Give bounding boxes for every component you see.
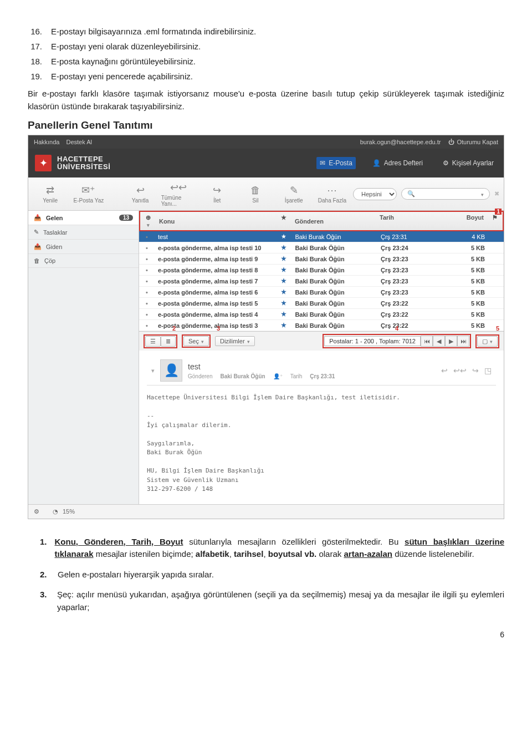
col-date[interactable]: Tarih bbox=[376, 212, 448, 230]
select-menu[interactable]: Seç bbox=[183, 336, 209, 346]
expand-icon[interactable]: ▾ bbox=[151, 367, 155, 374]
star-icon[interactable]: ★ bbox=[276, 309, 291, 319]
message-row[interactable]: •e-posta gönderme, alma isp testi 10★Bak… bbox=[139, 242, 504, 253]
callout-1: 1 bbox=[495, 209, 502, 215]
star-icon[interactable]: ★ bbox=[276, 276, 291, 286]
star-icon[interactable]: ★ bbox=[276, 242, 291, 253]
more-button[interactable]: ⋯Daha Fazla bbox=[315, 184, 350, 204]
inbox-icon: 📥 bbox=[34, 214, 42, 221]
pv-reply-icon[interactable]: ↩ bbox=[441, 366, 448, 375]
row-flag[interactable] bbox=[488, 246, 504, 250]
pv-replyall-icon[interactable]: ↩↩ bbox=[453, 366, 467, 375]
addcontact-icon[interactable]: 👤⁺ bbox=[273, 373, 283, 379]
message-row[interactable]: •e-posta gönderme, alma isp testi 5★Baki… bbox=[139, 298, 504, 309]
reply-button[interactable]: ↩Yanıtla bbox=[122, 184, 157, 204]
refresh-icon: ⇄ bbox=[46, 184, 54, 196]
row-flag[interactable] bbox=[488, 268, 504, 272]
tab-addressbook[interactable]: Adres Defteri bbox=[369, 157, 426, 169]
sidebar: 📥Gelen13 ✎Taslaklar 📤Giden 🗑Çöp bbox=[28, 211, 139, 504]
callout-5: 5 bbox=[496, 325, 499, 332]
filter-select[interactable]: Hepsini bbox=[353, 188, 397, 200]
row-flag[interactable] bbox=[488, 257, 504, 261]
delete-button[interactable]: 🗑Sil bbox=[238, 185, 273, 204]
col-thread[interactable]: ⊕ bbox=[140, 212, 156, 230]
row-size: 5 KB bbox=[449, 254, 488, 264]
col-star[interactable] bbox=[276, 212, 291, 230]
inbox-count-badge: 13 bbox=[119, 215, 133, 221]
star-icon[interactable]: ★ bbox=[276, 253, 291, 264]
gear-icon[interactable] bbox=[34, 508, 39, 515]
logo-line1: HACETTEPE bbox=[57, 155, 110, 163]
threads-menu[interactable]: Dizilimler bbox=[215, 336, 255, 346]
dot-icon: • bbox=[139, 309, 155, 319]
list-num: 17. bbox=[28, 40, 42, 52]
logo-line2: ÜNİVERSİTESİ bbox=[57, 163, 110, 171]
col-size[interactable]: Boyut bbox=[448, 212, 487, 230]
mark-button[interactable]: ✎İşaretle bbox=[276, 184, 311, 204]
list-num: 18. bbox=[28, 55, 42, 67]
message-row[interactable]: •test★Baki Burak ÖğünÇrş 23:314 KB bbox=[139, 231, 504, 242]
addressbook-icon bbox=[372, 159, 381, 167]
dot-icon: • bbox=[139, 232, 155, 242]
tab-mail[interactable]: E-Posta bbox=[316, 157, 356, 169]
row-subject: e-posta gönderme, alma isp testi 10 bbox=[155, 243, 276, 253]
dot-icon: • bbox=[139, 265, 155, 275]
row-flag[interactable] bbox=[488, 302, 504, 305]
row-flag[interactable] bbox=[488, 280, 504, 283]
row-subject: e-posta gönderme, alma isp testi 9 bbox=[155, 254, 276, 264]
pager-first[interactable]: ⏮ bbox=[421, 336, 433, 347]
row-size: 5 KB bbox=[449, 276, 488, 286]
message-row[interactable]: •e-posta gönderme, alma isp testi 9★Baki… bbox=[139, 253, 504, 265]
forward-button[interactable]: ↪İlet bbox=[200, 184, 234, 204]
pager-next[interactable]: ▶ bbox=[445, 336, 457, 347]
row-flag[interactable] bbox=[488, 313, 504, 316]
message-row[interactable]: •e-posta gönderme, alma isp testi 3★Baki… bbox=[139, 320, 504, 331]
tab-settings[interactable]: Kişisel Ayarlar bbox=[439, 157, 497, 169]
pv-popout-icon[interactable]: ◳ bbox=[484, 366, 492, 375]
star-icon[interactable]: ★ bbox=[276, 287, 291, 297]
pv-forward-icon[interactable]: ↪ bbox=[472, 366, 479, 375]
star-icon[interactable]: ★ bbox=[276, 320, 291, 331]
about-link[interactable]: Hakkında bbox=[34, 139, 59, 145]
star-icon[interactable]: ★ bbox=[276, 231, 291, 242]
headerbar: ✦ HACETTEPEÜNİVERSİTESİ E-Posta Adres De… bbox=[28, 149, 504, 177]
toolbar: ⇄Yenile ✉⁺E-Posta Yaz ↩Yanıtla ↩↩Tümüne … bbox=[28, 177, 504, 211]
message-row[interactable]: •e-posta gönderme, alma isp testi 4★Baki… bbox=[139, 309, 504, 320]
search-input[interactable]: 🔍 bbox=[401, 188, 490, 200]
refresh-button[interactable]: ⇄Yenile bbox=[33, 184, 68, 204]
folder-drafts[interactable]: ✎Taslaklar bbox=[28, 225, 139, 240]
clear-icon[interactable]: ✖ bbox=[494, 190, 499, 197]
table-header[interactable]: ⊕ Konu Gönderen Tarih Boyut 1 bbox=[139, 211, 504, 231]
message-row[interactable]: •e-posta gönderme, alma isp testi 8★Baki… bbox=[139, 265, 504, 276]
col-subject[interactable]: Konu bbox=[156, 212, 276, 230]
row-flag[interactable] bbox=[488, 291, 504, 294]
mark-icon: ✎ bbox=[290, 184, 298, 196]
support-link[interactable]: Destek Al bbox=[66, 139, 91, 145]
row-flag[interactable] bbox=[488, 235, 504, 239]
message-row[interactable]: •e-posta gönderme, alma isp testi 6★Baki… bbox=[139, 287, 504, 298]
folder-trash[interactable]: 🗑Çöp bbox=[28, 254, 139, 268]
row-date: Çrş 23:31 bbox=[377, 232, 449, 242]
pager-prev[interactable]: ◀ bbox=[433, 336, 445, 347]
viewmode-list-button[interactable]: ☰ bbox=[145, 336, 161, 347]
section-title: Panellerin Genel Tanıtımı bbox=[28, 119, 504, 131]
folder-sent[interactable]: 📤Giden bbox=[28, 240, 139, 254]
row-size: 5 KB bbox=[449, 243, 488, 253]
compose-button[interactable]: ✉⁺E-Posta Yaz bbox=[71, 184, 106, 204]
note-num: 2. bbox=[40, 569, 50, 581]
replyall-button[interactable]: ↩↩Tümüne Yanı... bbox=[161, 181, 196, 207]
callout-3: 3 bbox=[217, 325, 220, 332]
message-row[interactable]: •e-posta gönderme, alma isp testi 7★Baki… bbox=[139, 276, 504, 287]
logout-button[interactable]: Oturumu Kapat bbox=[448, 139, 498, 145]
star-icon[interactable]: ★ bbox=[276, 298, 291, 308]
note-num: 3. bbox=[40, 588, 49, 613]
col-from[interactable]: Gönderen bbox=[291, 212, 376, 230]
callout-4: 4 bbox=[395, 325, 398, 332]
viewmode-thread-button[interactable]: ≣ bbox=[161, 336, 176, 347]
note-text: Konu, Gönderen, Tarih, Boyut sütunlarıyl… bbox=[55, 536, 504, 561]
pager-last[interactable]: ⏭ bbox=[457, 336, 469, 347]
star-icon[interactable]: ★ bbox=[276, 265, 291, 275]
list-text: E-postayı bilgisayarınıza .eml formatınd… bbox=[51, 26, 256, 37]
preview-toggle[interactable]: ▢ bbox=[477, 336, 498, 347]
folder-inbox[interactable]: 📥Gelen13 bbox=[28, 211, 139, 225]
